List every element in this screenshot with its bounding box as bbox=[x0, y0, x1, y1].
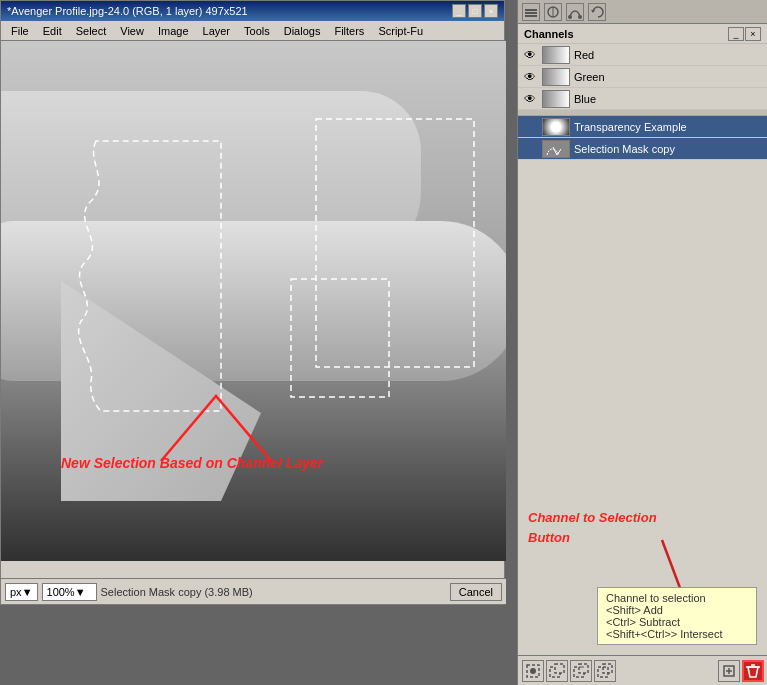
svg-rect-3 bbox=[525, 12, 537, 14]
visibility-icon-selection[interactable] bbox=[522, 141, 538, 157]
subtract-from-selection-button[interactable] bbox=[570, 660, 592, 682]
channel-to-selection-button[interactable] bbox=[522, 660, 544, 682]
channels-title: Channels bbox=[524, 28, 574, 40]
channels-header: Channels _ × bbox=[518, 24, 767, 44]
add-to-selection-button[interactable] bbox=[546, 660, 568, 682]
main-window: *Avenger Profile.jpg-24.0 (RGB, 1 layer)… bbox=[0, 0, 505, 605]
menu-layer[interactable]: Layer bbox=[197, 24, 237, 38]
zoom-display[interactable]: 100% ▼ bbox=[42, 583, 97, 601]
layer-info: Selection Mask copy (3.98 MB) bbox=[101, 586, 446, 598]
zoom-arrow-icon: ▼ bbox=[75, 586, 86, 598]
tooltip-popup: Channel to selection <Shift> Add <Ctrl> … bbox=[597, 587, 757, 645]
menu-select[interactable]: Select bbox=[70, 24, 113, 38]
unit-arrow-icon: ▼ bbox=[22, 586, 33, 598]
channel-thumb-green bbox=[542, 68, 570, 86]
channels-toolbar bbox=[518, 655, 767, 685]
status-bar: px ▼ 100% ▼ Selection Mask copy (3.98 MB… bbox=[1, 578, 506, 604]
maximize-button[interactable]: □ bbox=[468, 4, 482, 18]
channels-panel: Channels _ × 👁 Red 👁 Green 👁 Blue Transp… bbox=[517, 0, 767, 685]
menu-dialogs[interactable]: Dialogs bbox=[278, 24, 327, 38]
panel-close-button[interactable]: × bbox=[745, 27, 761, 41]
svg-point-13 bbox=[530, 668, 536, 674]
paths-tab-icon[interactable] bbox=[566, 3, 584, 21]
title-bar: *Avenger Profile.jpg-24.0 (RGB, 1 layer)… bbox=[1, 1, 504, 21]
zoom-value: 100% bbox=[47, 586, 75, 598]
channel-row-transparency[interactable]: Transparency Example bbox=[518, 116, 767, 138]
channel-name-transparency: Transparency Example bbox=[574, 121, 763, 133]
channel-name-green: Green bbox=[574, 71, 763, 83]
channel-thumb-transparency bbox=[542, 118, 570, 136]
svg-rect-2 bbox=[525, 9, 537, 11]
tooltip-line2: <Shift> Add bbox=[606, 604, 748, 616]
intersect-selection-button[interactable] bbox=[594, 660, 616, 682]
menu-script-fu[interactable]: Script-Fu bbox=[372, 24, 429, 38]
channels-tab-icon[interactable] bbox=[544, 3, 562, 21]
menu-bar: File Edit Select View Image Layer Tools … bbox=[1, 21, 504, 41]
channel-thumb-red bbox=[542, 46, 570, 64]
channel-thumb-selection bbox=[542, 140, 570, 158]
visibility-icon-blue[interactable]: 👁 bbox=[522, 91, 538, 107]
menu-image[interactable]: Image bbox=[152, 24, 195, 38]
menu-edit[interactable]: Edit bbox=[37, 24, 68, 38]
right-annotation-line2: Button bbox=[528, 530, 570, 545]
layers-tab-icon[interactable] bbox=[522, 3, 540, 21]
header-buttons: _ × bbox=[728, 27, 761, 41]
menu-tools[interactable]: Tools bbox=[238, 24, 276, 38]
channel-row-selection-mask[interactable]: Selection Mask copy bbox=[518, 138, 767, 160]
tooltip-line3: <Ctrl> Subtract bbox=[606, 616, 748, 628]
menu-file[interactable]: File bbox=[5, 24, 35, 38]
visibility-icon-green[interactable]: 👁 bbox=[522, 69, 538, 85]
svg-marker-24 bbox=[748, 667, 758, 677]
menu-filters[interactable]: Filters bbox=[328, 24, 370, 38]
channel-name-red: Red bbox=[574, 49, 763, 61]
channel-name-selection: Selection Mask copy bbox=[574, 143, 763, 155]
channel-row-green[interactable]: 👁 Green bbox=[518, 66, 767, 88]
panel-tabs bbox=[518, 0, 767, 24]
panel-minimize-button[interactable]: _ bbox=[728, 27, 744, 41]
close-button[interactable]: × bbox=[484, 4, 498, 18]
delete-channel-button[interactable] bbox=[742, 660, 764, 682]
channel-row-blue[interactable]: 👁 Blue bbox=[518, 88, 767, 110]
svg-point-8 bbox=[578, 15, 582, 19]
tooltip-line1: Channel to selection bbox=[606, 592, 748, 604]
svg-marker-9 bbox=[591, 10, 595, 13]
svg-rect-17 bbox=[579, 664, 588, 673]
channel-thumb-blue bbox=[542, 90, 570, 108]
undo-tab-icon[interactable] bbox=[588, 3, 606, 21]
svg-rect-15 bbox=[555, 664, 564, 673]
unit-dropdown[interactable]: px ▼ bbox=[5, 583, 38, 601]
visibility-icon-red[interactable]: 👁 bbox=[522, 47, 538, 63]
cancel-button[interactable]: Cancel bbox=[450, 583, 502, 601]
canvas-area: New Selection Based on Channel Layer bbox=[1, 41, 506, 561]
unit-label: px bbox=[10, 586, 22, 598]
svg-point-7 bbox=[568, 15, 572, 19]
right-annotation-line1: Channel to Selection bbox=[528, 510, 657, 525]
tooltip-line4: <Shift+<Ctrl>> Intersect bbox=[606, 628, 748, 640]
window-controls: _ □ × bbox=[452, 4, 498, 18]
window-title: *Avenger Profile.jpg-24.0 (RGB, 1 layer)… bbox=[7, 5, 248, 17]
channel-name-blue: Blue bbox=[574, 93, 763, 105]
canvas-annotation: New Selection Based on Channel Layer bbox=[61, 455, 323, 471]
minimize-button[interactable]: _ bbox=[452, 4, 466, 18]
new-channel-button[interactable] bbox=[718, 660, 740, 682]
svg-rect-4 bbox=[525, 15, 537, 17]
menu-view[interactable]: View bbox=[114, 24, 150, 38]
visibility-icon-transparency[interactable] bbox=[522, 119, 538, 135]
channel-row-red[interactable]: 👁 Red bbox=[518, 44, 767, 66]
